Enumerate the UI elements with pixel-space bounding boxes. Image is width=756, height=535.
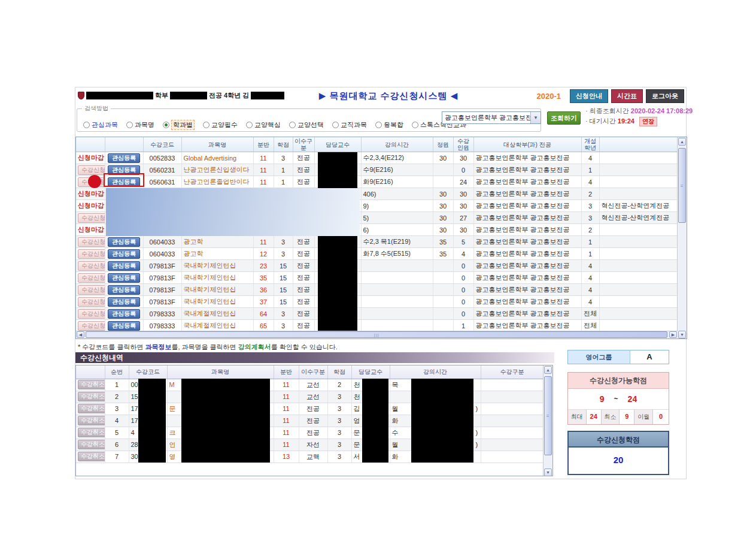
scroll-up-icon[interactable]: ▲ bbox=[544, 366, 552, 374]
cell-course-name[interactable]: 난광고언론졸업반이다 bbox=[181, 176, 253, 188]
cell-course-name[interactable]: 국내학기제인턴십 bbox=[181, 260, 253, 272]
interest-register-button[interactable]: 관심등록 bbox=[108, 249, 140, 259]
cancel-enrollment-button[interactable]: 수강취소 bbox=[78, 416, 105, 425]
cell-interest: 관심등록 bbox=[105, 308, 143, 320]
query-button[interactable]: 조회하기 bbox=[547, 111, 581, 125]
interest-register-button[interactable]: 관심등록 bbox=[108, 321, 140, 331]
cell-year: 1 bbox=[581, 164, 599, 176]
search-option-교양선택[interactable]: 교양선택 bbox=[289, 120, 324, 129]
radio-icon[interactable] bbox=[126, 122, 133, 128]
cancel-enrollment-button[interactable]: 수강취소 bbox=[78, 404, 105, 413]
cell-course-name[interactable]: Global Advertising bbox=[181, 152, 253, 164]
cell-course-name[interactable]: 난광고언론신입생이다 bbox=[181, 164, 253, 176]
course-column-header-수강인원: 수강인원 bbox=[453, 137, 473, 152]
scroll-up-icon[interactable]: ▲ bbox=[678, 138, 686, 146]
course-hscroll-thumb[interactable]: ||| bbox=[86, 331, 667, 338]
cell-course-code[interactable]: 079813F bbox=[143, 284, 181, 296]
cancel-enrollment-button[interactable]: 수강취소 bbox=[78, 380, 105, 389]
redacted-rows-block bbox=[106, 188, 360, 236]
cancel-enrollment-button[interactable]: 수강취소 bbox=[78, 452, 105, 461]
cell-course-code[interactable]: 0560631 bbox=[143, 176, 181, 188]
radio-icon[interactable] bbox=[332, 122, 339, 128]
logout-button[interactable]: 로그아웃 bbox=[646, 89, 684, 103]
cell-section: 23 bbox=[253, 260, 274, 272]
timetable-button[interactable]: 시간표 bbox=[611, 89, 643, 103]
cancel-enrollment-button[interactable]: 수강취소 bbox=[78, 440, 105, 449]
cell-credit: 3 bbox=[274, 248, 293, 260]
apply-button[interactable]: 수강신청 bbox=[78, 249, 105, 259]
closed-status-label: 신청마감 bbox=[78, 154, 104, 161]
enrolled-vertical-scrollbar[interactable]: ▲ ≡ ▼ bbox=[543, 365, 552, 476]
cell-course-name[interactable]: 국내계절제인턴십 bbox=[181, 308, 253, 320]
code-prefix: 15 bbox=[131, 393, 138, 400]
radio-icon[interactable] bbox=[412, 122, 418, 128]
cell-course-code[interactable]: 0604033 bbox=[143, 236, 181, 248]
course-column-header-대상학부(과) 전공: 대상학부(과) 전공 bbox=[473, 137, 581, 152]
scroll-down-icon[interactable]: ▼ bbox=[544, 468, 552, 476]
interest-register-button[interactable]: 관심등록 bbox=[108, 285, 140, 295]
radio-icon[interactable] bbox=[289, 122, 296, 128]
apply-button[interactable]: 수강신청 bbox=[78, 285, 105, 295]
interest-register-button[interactable]: 관심등록 bbox=[108, 261, 140, 271]
cell-course-code[interactable]: 0604033 bbox=[143, 248, 181, 260]
course-vertical-scrollbar[interactable]: ▲ ≡ ▼ bbox=[677, 137, 687, 339]
apply-button[interactable]: 수강신청 bbox=[78, 261, 105, 271]
search-option-과목명[interactable]: 과목명 bbox=[126, 120, 154, 129]
cell-course-code[interactable]: 079813F bbox=[143, 272, 181, 284]
radio-icon[interactable] bbox=[246, 122, 253, 128]
extend-button[interactable]: 연장 bbox=[639, 117, 657, 126]
cell-course-name[interactable]: 광고학 bbox=[181, 236, 253, 248]
chevron-down-icon[interactable]: ▼ bbox=[530, 112, 541, 123]
radio-icon[interactable] bbox=[375, 122, 382, 128]
guide-button[interactable]: 신청안내 bbox=[570, 89, 608, 103]
interest-register-button[interactable]: 관심등록 bbox=[108, 237, 140, 247]
cell-course-name[interactable]: 국내학기제인턴십 bbox=[181, 272, 253, 284]
cell-course-code[interactable]: 0798333 bbox=[143, 308, 181, 320]
cell-course-code[interactable]: 0798333 bbox=[143, 320, 181, 332]
note-middle: 를, 과목명을 클릭하면 bbox=[171, 343, 238, 350]
search-option-교직과목[interactable]: 교직과목 bbox=[332, 120, 367, 129]
search-option-교양핵심[interactable]: 교양핵심 bbox=[246, 120, 281, 129]
search-option-융복합[interactable]: 융복합 bbox=[375, 120, 403, 129]
enrolled-vscroll-thumb[interactable]: ≡ bbox=[544, 376, 552, 455]
apply-button[interactable]: 수강신청 bbox=[78, 309, 105, 319]
cell-capacity: 35 bbox=[433, 248, 453, 260]
apply-button[interactable]: 수강신청 bbox=[78, 165, 105, 175]
interest-register-button[interactable]: 관심등록 bbox=[108, 153, 140, 163]
cell-course-code[interactable]: 0560231 bbox=[143, 164, 181, 176]
course-horizontal-scrollbar[interactable]: ◀ ||| ▶ bbox=[76, 331, 678, 338]
radio-icon[interactable] bbox=[83, 122, 90, 128]
course-vscroll-thumb[interactable]: ≡ bbox=[678, 148, 686, 223]
cell-course-code[interactable]: 079813F bbox=[143, 260, 181, 272]
scroll-right-icon[interactable]: ▶ bbox=[669, 331, 677, 338]
cancel-enrollment-button[interactable]: 수강취소 bbox=[78, 392, 105, 401]
cell-capacity: 30 bbox=[433, 200, 453, 212]
scroll-left-icon[interactable]: ◀ bbox=[77, 331, 84, 338]
interest-register-button[interactable]: 관심등록 bbox=[108, 309, 140, 319]
apply-button[interactable]: 수강신청 bbox=[78, 213, 105, 223]
cell-course-code[interactable]: 079813F bbox=[143, 296, 181, 308]
cancel-enrollment-button[interactable]: 수강취소 bbox=[78, 428, 105, 437]
radio-icon[interactable] bbox=[203, 122, 210, 128]
cell-course-name[interactable]: 국내학기제인턴십 bbox=[181, 284, 253, 296]
department-select[interactable]: 광고홍보언론학부 광고홍보전공 ▼ bbox=[442, 111, 541, 124]
cell-course-name[interactable]: 광고학 bbox=[181, 248, 253, 260]
interest-register-button[interactable]: 관심등록 bbox=[108, 297, 140, 307]
credit-limit-cells: 최대 24 최소 9 이월 0 bbox=[568, 410, 669, 424]
apply-button[interactable]: 수강신청 bbox=[78, 237, 105, 247]
cell-note bbox=[599, 284, 678, 296]
cell-course-name[interactable]: 국내계절제인턴십 bbox=[181, 320, 253, 332]
credit-limit-range: 9 ~ 24 bbox=[568, 389, 669, 410]
scroll-down-icon[interactable]: ▼ bbox=[678, 331, 686, 338]
radio-icon[interactable] bbox=[163, 122, 169, 128]
apply-button[interactable]: 수강신청 bbox=[78, 273, 105, 283]
apply-button[interactable]: 수강신청 bbox=[78, 321, 105, 331]
search-option-관심과목[interactable]: 관심과목 bbox=[83, 120, 118, 129]
search-option-교양필수[interactable]: 교양필수 bbox=[203, 120, 238, 129]
course-row: 수강신청관심등록079813F국내학기제인턴십3515전공0광고홍보언론학부 광… bbox=[76, 272, 678, 284]
cell-course-name[interactable]: 국내학기제인턴십 bbox=[181, 296, 253, 308]
apply-button[interactable]: 수강신청 bbox=[78, 297, 105, 307]
cell-course-code[interactable]: 0052833 bbox=[143, 152, 181, 164]
interest-register-button[interactable]: 관심등록 bbox=[108, 273, 140, 283]
search-option-학과별[interactable]: 학과별 bbox=[163, 120, 195, 130]
